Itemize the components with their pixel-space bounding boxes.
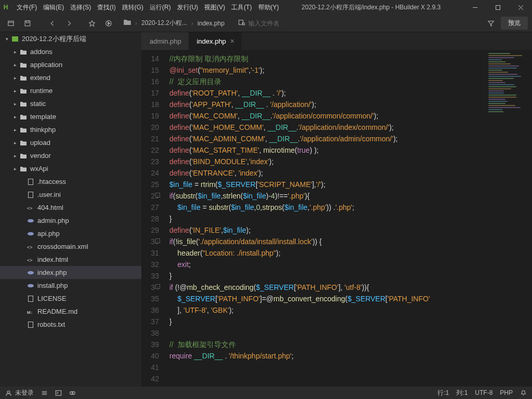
- code-content[interactable]: //内存限制 取消内存限制@ini_set("memory_limit",'-1…: [164, 50, 485, 387]
- code-line[interactable]: // 加载框架引导文件: [169, 339, 485, 350]
- code-line[interactable]: [169, 327, 485, 339]
- tree-folder[interactable]: ▸thinkphp: [0, 123, 141, 136]
- code-line[interactable]: if (!@mb_check_encoding($_SERVER['PATH_I…: [169, 282, 485, 293]
- code-line[interactable]: $_SERVER['PATH_INFO']=@mb_convert_encodi…: [169, 293, 485, 304]
- tree-file[interactable]: .user.ini: [0, 188, 141, 201]
- menu-publish[interactable]: 发行(U): [177, 3, 198, 12]
- menu-edit[interactable]: 编辑(E): [43, 3, 64, 12]
- tree-file[interactable]: M↓README.md: [0, 305, 141, 318]
- code-line[interactable]: }: [169, 213, 485, 224]
- bell-icon[interactable]: [520, 390, 527, 396]
- chevron-right-icon[interactable]: ▸: [11, 114, 19, 119]
- run-icon[interactable]: [102, 17, 115, 30]
- code-line[interactable]: define('MAC_START_TIME', microtime(true)…: [169, 144, 485, 156]
- tree-file[interactable]: index.php: [0, 266, 141, 279]
- chevron-right-icon[interactable]: ▸: [11, 153, 19, 158]
- code-line[interactable]: define('IN_FILE',$in_file);: [169, 224, 485, 236]
- code-line[interactable]: }: [169, 316, 485, 327]
- search-icon[interactable]: [238, 19, 245, 28]
- tree-file[interactable]: .htaccess: [0, 175, 141, 188]
- menu-find[interactable]: 查找(I): [97, 3, 115, 12]
- code-line[interactable]: $in_file = substr($in_file,0,strpos($in_…: [169, 202, 485, 213]
- minimap[interactable]: [485, 50, 532, 387]
- status-list-icon[interactable]: [41, 390, 48, 396]
- code-line[interactable]: $in_file = rtrim($_SERVER['SCRIPT_NAME']…: [169, 179, 485, 190]
- code-editor[interactable]: 14151617181920212223242526-27282930-3132…: [141, 50, 532, 387]
- code-line[interactable]: define('MAC_HOME_COMM', __DIR__.'/applic…: [169, 122, 485, 133]
- code-line[interactable]: if(substr($in_file,strlen($in_file)-4)!=…: [169, 190, 485, 202]
- tree-file[interactable]: <>index.html: [0, 253, 141, 266]
- fold-toggle[interactable]: -: [155, 193, 160, 197]
- fold-toggle[interactable]: -: [155, 284, 160, 289]
- code-line[interactable]: //内存限制 取消内存限制: [169, 53, 485, 64]
- new-window-icon[interactable]: [4, 17, 18, 30]
- code-line[interactable]: define('ENTRANCE', 'index');: [169, 167, 485, 179]
- menu-select[interactable]: 选择(S): [70, 3, 91, 12]
- chevron-right-icon[interactable]: ▸: [11, 49, 19, 55]
- chevron-right-icon[interactable]: ▸: [11, 62, 19, 68]
- tree-folder[interactable]: ▸static: [0, 97, 141, 110]
- breadcrumb-file[interactable]: index.php: [197, 20, 224, 27]
- chevron-right-icon[interactable]: ▸: [11, 127, 19, 132]
- code-line[interactable]: if(!is_file('./application/data/install/…: [169, 236, 485, 247]
- tree-file[interactable]: admin.php: [0, 214, 141, 227]
- window-maximize-button[interactable]: [486, 0, 509, 15]
- chevron-right-icon[interactable]: ▸: [11, 88, 19, 94]
- menu-goto[interactable]: 跳转(G): [122, 3, 143, 12]
- tree-file[interactable]: <>404.html: [0, 201, 141, 214]
- tree-folder[interactable]: ▸extend: [0, 71, 141, 84]
- tree-folder[interactable]: ▸application: [0, 58, 141, 71]
- code-line[interactable]: require __DIR__ . '/thinkphp/start.php';: [169, 350, 485, 362]
- preview-button[interactable]: 预览: [501, 17, 528, 30]
- code-line[interactable]: exit;: [169, 259, 485, 270]
- code-line[interactable]: define('MAC_COMM', __DIR__.'/application…: [169, 110, 485, 122]
- menu-run[interactable]: 运行(R): [150, 3, 171, 12]
- code-line[interactable]: [169, 362, 485, 373]
- editor-tab[interactable]: admin.php: [141, 32, 189, 50]
- project-explorer[interactable]: ▾ 2020-12.2小程序后端 ▸addons▸application▸ext…: [0, 32, 141, 387]
- chevron-down-icon[interactable]: ▾: [3, 36, 10, 42]
- tree-file[interactable]: robots.txt: [0, 318, 141, 331]
- nav-back-button[interactable]: [46, 17, 59, 30]
- code-line[interactable]: define('ROOT_PATH', __DIR__ . '/');: [169, 87, 485, 99]
- code-line[interactable]: @ini_set("memory_limit",'-1');: [169, 64, 485, 76]
- chevron-right-icon[interactable]: ▸: [11, 75, 19, 81]
- code-line[interactable]: define('MAC_ADMIN_COMM', __DIR__.'/appli…: [169, 133, 485, 144]
- favorite-icon[interactable]: [85, 17, 99, 30]
- chevron-right-icon[interactable]: ▸: [11, 140, 19, 145]
- tree-file[interactable]: api.php: [0, 227, 141, 240]
- code-line[interactable]: [169, 373, 485, 384]
- code-line[interactable]: header("Location: ./install.php");: [169, 247, 485, 259]
- window-close-button[interactable]: [509, 0, 532, 15]
- tree-folder[interactable]: ▸wxApi: [0, 162, 141, 175]
- nav-forward-button[interactable]: [62, 17, 76, 30]
- close-icon[interactable]: ×: [230, 37, 234, 45]
- editor-tab[interactable]: index.php×: [189, 32, 242, 50]
- project-root[interactable]: ▾ 2020-12.2小程序后端: [0, 32, 141, 45]
- save-icon[interactable]: [21, 17, 34, 30]
- menu-help[interactable]: 帮助(Y): [258, 3, 279, 12]
- tree-folder[interactable]: ▸runtime: [0, 84, 141, 97]
- status-terminal-icon[interactable]: [55, 390, 62, 396]
- menu-tools[interactable]: 工具(T): [231, 3, 251, 12]
- tree-folder[interactable]: ▸addons: [0, 45, 141, 58]
- fold-toggle[interactable]: -: [155, 238, 160, 243]
- code-line[interactable]: ], 'UTF-8', 'GBK');: [169, 304, 485, 316]
- filter-icon[interactable]: [484, 17, 498, 30]
- tree-file[interactable]: <>crossdomain.xml: [0, 240, 141, 253]
- code-line[interactable]: define('APP_PATH', __DIR__ . '/applicati…: [169, 99, 485, 110]
- code-line[interactable]: define('BIND_MODULE','index');: [169, 156, 485, 167]
- chevron-right-icon[interactable]: ▸: [11, 166, 19, 171]
- search-input[interactable]: [248, 20, 342, 27]
- window-minimize-button[interactable]: [463, 0, 486, 15]
- status-line[interactable]: 行:1: [437, 389, 449, 397]
- tree-folder[interactable]: ▸vendor: [0, 149, 141, 162]
- code-line[interactable]: }: [169, 270, 485, 282]
- menu-view[interactable]: 视图(V): [204, 3, 225, 12]
- chevron-right-icon[interactable]: ▸: [11, 101, 19, 107]
- login-status[interactable]: 未登录: [5, 389, 34, 397]
- menu-file[interactable]: 文件(F): [17, 3, 37, 12]
- status-col[interactable]: 列:1: [456, 389, 468, 397]
- breadcrumb-folder[interactable]: 2020-12.2小程...: [141, 19, 187, 28]
- status-encoding[interactable]: UTF-8: [475, 389, 493, 396]
